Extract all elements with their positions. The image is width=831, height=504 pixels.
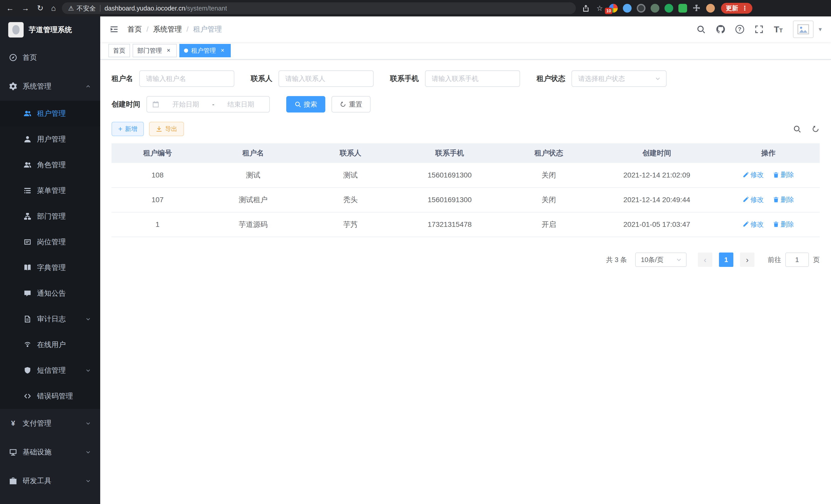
search-icon [294,101,301,108]
delete-link[interactable]: 删除 [773,170,794,179]
close-icon[interactable]: × [165,47,172,54]
sidebar-item-pay[interactable]: ¥ 支付管理 [0,409,100,438]
more-menu-icon: ⋮ [742,5,748,12]
toggle-search-icon[interactable] [793,125,801,133]
github-icon[interactable] [716,25,725,34]
bookmark-star-icon[interactable]: ☆ [596,4,603,12]
edit-link[interactable]: 修改 [743,220,764,229]
breadcrumb-separator: / [187,25,189,33]
tab-dept[interactable]: 部门管理 × [133,44,177,57]
warning-icon: ⚠ [68,5,74,12]
forward-icon[interactable]: → [22,4,29,12]
extension-dark-icon[interactable] [637,4,646,12]
goto-page-input[interactable] [785,253,809,267]
sidebar-item-online-user[interactable]: 在线用户 [0,332,100,358]
home-icon[interactable]: ⌂ [51,4,56,12]
end-date-placeholder[interactable]: 结束日期 [218,100,264,109]
search-button[interactable]: 搜索 [286,96,325,113]
sidebar-item-role[interactable]: 角色管理 [0,152,100,178]
broken-image-icon [797,23,809,35]
chevron-down-icon [85,367,91,373]
contact-input[interactable] [279,70,374,87]
address-bar[interactable]: ⚠ 不安全 dashboard.yudao.iocoder.cn/system/… [62,2,576,14]
fullscreen-icon[interactable] [754,25,764,34]
phone-cell: 15601691300 [398,187,501,212]
phone-input[interactable] [425,70,520,87]
extension-sage-icon[interactable] [651,4,659,12]
goto-prefix: 前往 [768,255,781,264]
reset-button[interactable]: 重置 [332,96,371,113]
sidebar-item-system[interactable]: 系统管理 [0,72,100,101]
log-icon [24,315,31,323]
sidebar-item-dict[interactable]: 字典管理 [0,255,100,280]
broadcast-icon [24,341,31,349]
app-logo[interactable]: 芋道管理系统 [0,17,100,43]
caret-down-icon[interactable]: ▾ [819,26,822,33]
add-button[interactable]: + 新增 [112,122,144,136]
reload-icon[interactable]: ↻ [37,4,44,12]
back-icon[interactable]: ← [6,4,14,12]
close-icon[interactable]: × [219,47,226,54]
profile-avatar-icon[interactable] [706,4,715,12]
help-icon[interactable]: ? [736,25,744,34]
sidebar-item-post[interactable]: 岗位管理 [0,229,100,255]
tenant-name-cell: 测试租户 [203,187,303,212]
extension-chat-icon[interactable] [678,4,687,12]
sidebar-collapse-icon[interactable] [110,25,119,34]
peoples-icon [24,161,31,169]
chrome-update-button[interactable]: 更新 ⋮ [721,3,752,13]
sidebar-item-tenant[interactable]: 租户管理 [0,101,100,126]
filter-row-1: 租户名 联系人 联系手机 租户状态 请选择租户状态 [112,70,820,87]
sidebar-item-dev-tool[interactable]: 研发工具 [0,467,100,495]
status-cell: 关闭 [501,163,597,187]
delete-link[interactable]: 删除 [773,195,794,204]
delete-link[interactable]: 删除 [773,220,794,229]
prev-page-button[interactable]: ‹ [698,253,712,267]
create-time-range-picker[interactable]: 开始日期 - 结束日期 [146,96,270,113]
sidebar-item-menu[interactable]: 菜单管理 [0,178,100,203]
export-button[interactable]: 导出 [149,122,184,136]
edit-link[interactable]: 修改 [743,170,764,179]
share-icon[interactable] [582,4,590,12]
browser-chrome: ← → ↻ ⌂ ⚠ 不安全 dashboard.yudao.iocoder.cn… [0,0,831,17]
tenant-status-select[interactable]: 请选择租户状态 [571,70,666,87]
edit-link[interactable]: 修改 [743,195,764,204]
extension-colorful-icon[interactable]: 10 [609,4,618,12]
sidebar-item-dept[interactable]: 部门管理 [0,203,100,229]
page-size-select[interactable]: 10条/页 [635,253,687,267]
breadcrumb-separator: / [146,25,148,33]
sidebar-item-audit-log[interactable]: 审计日志 [0,306,100,332]
sidebar-item-error-code[interactable]: 错误码管理 [0,383,100,409]
start-date-placeholder[interactable]: 开始日期 [163,100,209,109]
next-page-button[interactable]: › [740,253,754,267]
sidebar-item-home[interactable]: 首页 [0,43,100,72]
extension-blue-icon[interactable] [623,4,632,12]
range-separator: - [212,100,214,109]
page-number-1[interactable]: 1 [719,253,733,267]
extension-green-icon[interactable] [664,4,673,12]
tab-tenant[interactable]: 租户管理 × [179,44,231,57]
table-row: 107 测试租户 秃头 15601691300 关闭 2021-12-14 20… [112,187,820,212]
table-row: 1 芋道源码 芋艿 17321315478 开启 2021-01-05 17:0… [112,212,820,237]
download-icon [156,126,163,132]
refresh-icon[interactable] [811,125,820,133]
peoples-icon [24,110,31,117]
breadcrumb: 首页 / 系统管理 / 租户管理 [127,24,222,34]
breadcrumb-current: 租户管理 [193,24,222,34]
toolbox-icon [9,477,17,485]
tenant-name-input[interactable] [139,70,234,87]
search-icon[interactable] [696,25,706,34]
extensions-puzzle-icon[interactable] [692,4,701,12]
avatar[interactable] [793,21,813,38]
tab-home[interactable]: 首页 [109,44,130,57]
breadcrumb-home[interactable]: 首页 [127,24,142,34]
font-size-icon[interactable]: TT [774,25,783,34]
sidebar-item-infra[interactable]: 基础设施 [0,438,100,467]
sidebar-item-notice[interactable]: 通知公告 [0,280,100,306]
phone-cell: 15601691300 [398,163,501,187]
col-tenant-id: 租户编号 [112,143,203,163]
sidebar-item-sms[interactable]: 短信管理 [0,358,100,383]
breadcrumb-system[interactable]: 系统管理 [153,24,182,34]
sidebar-item-user[interactable]: 用户管理 [0,126,100,152]
site-security[interactable]: ⚠ 不安全 [68,4,95,12]
